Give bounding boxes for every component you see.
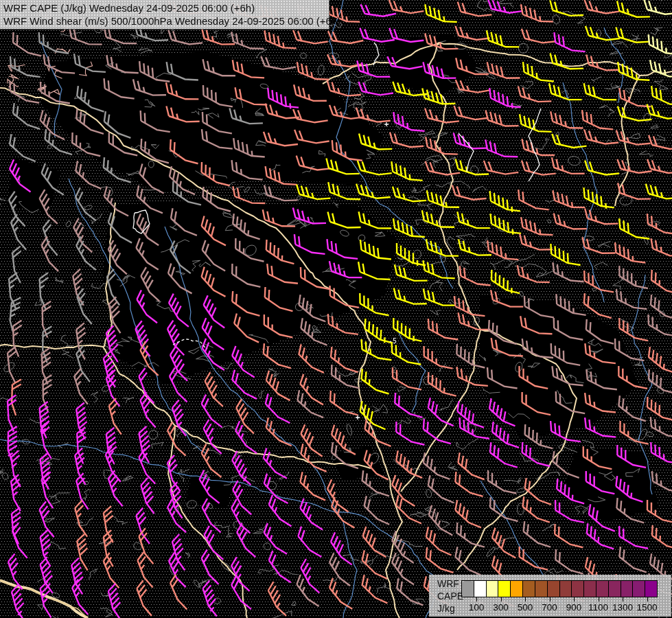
- legend-tick-label: 900: [566, 602, 582, 613]
- legend-tick: [599, 597, 599, 602]
- legend-label: J/kg: [437, 603, 455, 614]
- legend-tick: [647, 597, 648, 602]
- legend-tick: [476, 597, 477, 602]
- legend-tick-label: 700: [542, 602, 557, 613]
- cape-legend: WRFCAPEJ/kg 100300500700900110013001500: [429, 575, 671, 617]
- legend-color-cell: [596, 581, 608, 597]
- legend-tick-label: 500: [518, 602, 533, 613]
- legend-tick-label: 1300: [612, 602, 633, 613]
- legend-tick: [525, 597, 526, 602]
- legend-color-cell: [608, 581, 621, 597]
- legend-color-cell: [621, 581, 633, 597]
- title-line-cape: WRF CAPE (J/kg) Wednesday 24-09-2025 06:…: [3, 1, 325, 14]
- legend-color-cell: [571, 581, 583, 597]
- legend-color-cell: [486, 581, 498, 597]
- wind-shear-cape-map: [0, 0, 672, 618]
- legend-color-cell: [498, 581, 510, 597]
- legend-tick-label: 1100: [588, 602, 608, 613]
- legend-color-cell: [583, 581, 596, 597]
- legend-label: WRF: [437, 578, 459, 589]
- legend-tick: [501, 597, 502, 602]
- legend-tick-label: 300: [493, 602, 509, 613]
- legend-color-cell: [474, 581, 486, 597]
- legend-tick: [574, 597, 575, 602]
- legend-tick-label: 1500: [636, 602, 657, 613]
- legend-color-cell: [632, 581, 645, 597]
- weather-map-stage: WRF CAPE (J/kg) Wednesday 24-09-2025 06:…: [0, 0, 672, 618]
- legend-label: CAPE: [437, 591, 463, 602]
- legend-tick: [623, 597, 623, 602]
- legend-color-cell: [535, 581, 547, 597]
- legend-colorbar: [461, 580, 658, 597]
- legend-color-cell: [559, 581, 572, 597]
- title-box: WRF CAPE (J/kg) Wednesday 24-09-2025 06:…: [0, 0, 329, 30]
- legend-color-cell: [510, 581, 522, 597]
- legend-tick: [550, 597, 551, 602]
- legend-tick-label: 100: [469, 602, 485, 613]
- legend-color-cell: [645, 581, 657, 597]
- legend-color-cell: [462, 581, 474, 597]
- legend-color-cell: [522, 581, 535, 597]
- legend-color-cell: [547, 581, 559, 597]
- title-line-shear: WRF Wind shear (m/s) 500/1000hPa Wednesd…: [3, 14, 325, 27]
